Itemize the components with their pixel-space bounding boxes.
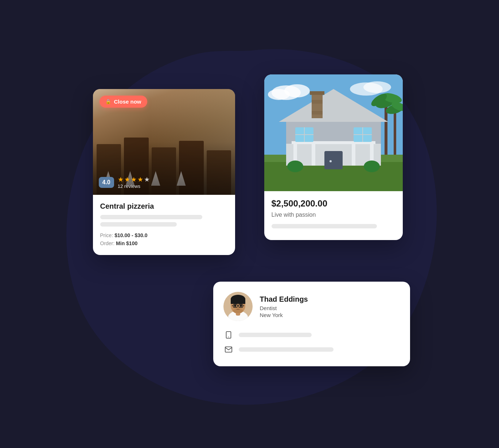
svg-point-37 [364, 161, 380, 172]
price-row: Price: $10.00 - $30.0 [100, 232, 228, 238]
contact-card[interactable]: Thad Eddings Dentist New York [213, 282, 410, 366]
close-now-badge: 🔒 Close now [100, 96, 147, 108]
close-now-label: Close now [114, 99, 141, 105]
rating-stars: ★ ★ ★ ★ ★ 12 reviews [118, 175, 150, 189]
svg-rect-44 [231, 298, 245, 304]
house-subtitle: Live with passion [272, 212, 395, 218]
contact-location: New York [260, 312, 400, 318]
star-2: ★ [124, 175, 130, 184]
svg-rect-33 [312, 100, 323, 104]
lock-icon: 🔒 [105, 99, 111, 104]
contact-avatar [223, 292, 253, 321]
email-row [223, 344, 400, 355]
order-row: Order: Min $100 [100, 240, 228, 246]
skeleton-1 [100, 215, 202, 219]
contact-details [223, 330, 400, 355]
review-count: 12 reviews [118, 184, 150, 189]
order-label: Order: [100, 240, 115, 246]
svg-point-5 [363, 81, 391, 93]
contact-profession: Dentist [260, 305, 400, 311]
svg-rect-10 [394, 111, 396, 155]
phone-row [223, 330, 400, 340]
contact-header: Thad Eddings Dentist New York [223, 292, 400, 321]
house-skeleton [272, 224, 377, 228]
stars-row: ★ ★ ★ ★ ★ [118, 175, 150, 184]
email-skeleton [239, 347, 334, 352]
restaurant-name: Central pizzeria [100, 202, 228, 211]
svg-point-26 [330, 160, 332, 162]
svg-point-36 [287, 161, 303, 172]
svg-rect-22 [352, 142, 355, 166]
star-1: ★ [118, 175, 124, 184]
price-info: Price: $10.00 - $30.0 Order: Min $100 [100, 232, 228, 246]
star-4: ★ [137, 175, 143, 184]
svg-point-53 [237, 307, 239, 309]
svg-rect-35 [312, 111, 323, 115]
svg-rect-54 [226, 332, 231, 338]
house-price: $2,500,200.00 [272, 198, 395, 209]
order-value: Min $100 [116, 240, 137, 246]
star-3: ★ [131, 175, 137, 184]
svg-point-46 [240, 305, 242, 307]
skeleton-2 [100, 222, 177, 227]
house-card-body: $2,500,200.00 Live with passion [264, 191, 403, 240]
star-5: ★ [144, 175, 150, 184]
house-image [264, 74, 403, 191]
svg-point-3 [268, 89, 290, 100]
restaurant-image: 🔒 Close now 4.0 ★ ★ ★ ★ ★ 12 reviews [93, 89, 235, 195]
svg-rect-34 [312, 105, 323, 109]
price-value: $10.00 - $30.0 [114, 232, 147, 238]
svg-rect-18 [310, 91, 324, 95]
phone-skeleton [239, 333, 312, 337]
price-label: Price: [100, 232, 113, 238]
restaurant-card[interactable]: 🔒 Close now 4.0 ★ ★ ★ ★ ★ 12 reviews [93, 89, 235, 255]
svg-rect-25 [324, 151, 343, 169]
phone-icon [223, 330, 234, 340]
contact-name: Thad Eddings [260, 295, 400, 304]
rating-overlay: 4.0 ★ ★ ★ ★ ★ 12 reviews [99, 175, 150, 189]
rating-score: 4.0 [99, 177, 114, 188]
contact-info: Thad Eddings Dentist New York [260, 295, 400, 318]
email-icon [223, 344, 234, 355]
restaurant-card-body: Central pizzeria Price: $10.00 - $30.0 O… [93, 195, 235, 255]
svg-point-45 [234, 305, 236, 307]
house-card[interactable]: $2,500,200.00 Live with passion [264, 74, 403, 240]
svg-rect-21 [312, 142, 315, 166]
